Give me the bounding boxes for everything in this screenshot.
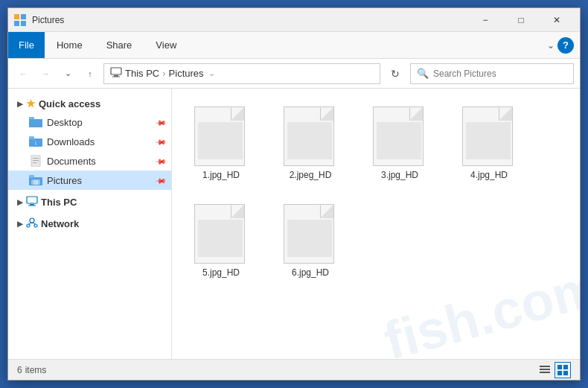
refresh-button[interactable]: ↻ [385, 63, 406, 84]
close-button[interactable]: ✕ [540, 9, 574, 31]
expand-network-icon: ▶ [17, 220, 23, 228]
forward-button[interactable]: → [36, 65, 54, 83]
sidebar-item-desktop[interactable]: Desktop 📌 [8, 112, 171, 132]
expand-icon: ▶ [17, 100, 23, 108]
file-item[interactable]: 6.jpg_HD [273, 198, 348, 281]
network-header[interactable]: ▶ Network [8, 214, 171, 233]
file-thumbnail [466, 122, 511, 159]
file-item[interactable]: 2.jpeg_HD [273, 101, 348, 183]
file-icon [194, 201, 248, 264]
svg-rect-5 [114, 75, 118, 77]
quick-access-label: Quick access [39, 98, 100, 109]
file-icon [194, 104, 248, 167]
svg-point-25 [30, 218, 34, 223]
maximize-button[interactable]: □ [504, 9, 538, 31]
items-label: items [25, 365, 47, 375]
documents-label: Documents [47, 156, 96, 167]
sidebar-item-downloads[interactable]: ↓ Downloads 📌 [8, 132, 171, 151]
quick-access-header[interactable]: ▶ ★ Quick access [8, 95, 171, 112]
network-section: ▶ Network [8, 214, 171, 233]
this-pc-label: This PC [41, 197, 77, 208]
sidebar-item-documents[interactable]: Documents 📌 [8, 151, 171, 171]
list-view-button[interactable] [537, 362, 553, 378]
file-thumbnail [287, 220, 332, 257]
svg-rect-22 [27, 197, 37, 203]
this-pc-header[interactable]: ▶ This PC [8, 193, 171, 212]
svg-rect-36 [563, 371, 568, 375]
svg-rect-34 [563, 365, 568, 369]
search-input[interactable] [433, 69, 567, 79]
tab-view[interactable]: View [144, 32, 188, 58]
path-sep-1: › [162, 68, 165, 79]
explorer-window: Pictures − □ ✕ File Home Share View ⌄ ? … [7, 7, 581, 381]
file-item[interactable]: 1.jpg_HD [184, 101, 258, 183]
quick-access-section: ▶ ★ Quick access Desktop [8, 95, 171, 190]
svg-text:▤: ▤ [33, 179, 39, 185]
path-this-pc: This PC [125, 68, 159, 79]
file-area: fish.com 1.jpg_HD [172, 89, 580, 359]
documents-icon [29, 154, 42, 168]
tab-share[interactable]: Share [95, 32, 144, 58]
svg-text:↓: ↓ [34, 139, 38, 146]
minimize-button[interactable]: − [468, 9, 502, 31]
search-box[interactable]: 🔍 [410, 63, 574, 84]
file-icon [462, 104, 516, 167]
pin-icon-downloads: 📌 [155, 136, 167, 147]
tab-home[interactable]: Home [45, 32, 95, 58]
path-dropdown-icon[interactable]: ⌄ [208, 69, 215, 78]
this-pc-section: ▶ This PC [8, 193, 171, 212]
address-bar: ← → ⌄ ↑ This PC › Pictures ⌄ ↻ 🔍 [8, 59, 580, 89]
large-icon-view-button[interactable] [555, 362, 571, 378]
file-item[interactable]: 3.jpg_HD [362, 101, 437, 183]
file-name: 6.jpg_HD [292, 267, 329, 278]
file-item[interactable]: 4.jpg_HD [452, 101, 526, 183]
ribbon-right: ⌄ ? [547, 37, 580, 54]
search-icon: 🔍 [417, 68, 429, 79]
svg-rect-2 [14, 21, 19, 26]
file-icon [284, 104, 337, 167]
ribbon: File Home Share View ⌄ ? [8, 32, 580, 59]
back-button[interactable]: ← [14, 65, 32, 83]
help-button[interactable]: ? [557, 37, 574, 54]
svg-rect-0 [14, 14, 19, 19]
file-menu-button[interactable]: File [8, 32, 45, 58]
file-page [462, 106, 513, 166]
svg-point-26 [27, 224, 30, 227]
pin-icon-documents: 📌 [155, 155, 167, 167]
network-label: Network [41, 218, 79, 229]
window-controls: − □ ✕ [468, 9, 574, 31]
file-name: 2.jpeg_HD [290, 170, 332, 180]
svg-rect-19 [29, 175, 34, 178]
file-name: 5.jpg_HD [202, 267, 240, 278]
ribbon-tabs: Home Share View [45, 32, 547, 58]
sidebar-item-pictures[interactable]: ▤ Pictures 📌 [8, 171, 171, 190]
dropdown-nav-button[interactable]: ⌄ [59, 65, 77, 83]
downloads-label: Downloads [47, 136, 95, 147]
item-count: 6 [17, 365, 22, 375]
svg-rect-23 [30, 204, 34, 206]
file-name: 1.jpg_HD [202, 170, 240, 180]
desktop-folder-icon [29, 115, 42, 129]
svg-rect-24 [28, 206, 36, 206]
address-path[interactable]: This PC › Pictures ⌄ [103, 63, 380, 84]
desktop-label: Desktop [47, 117, 83, 128]
pin-icon-pictures: 📌 [155, 174, 167, 186]
svg-rect-31 [540, 369, 550, 370]
ribbon-chevron-icon: ⌄ [547, 40, 555, 51]
window-icon [14, 14, 26, 26]
this-pc-icon [26, 196, 38, 209]
file-name: 3.jpg_HD [381, 170, 418, 180]
file-thumbnail [198, 122, 243, 159]
svg-rect-1 [21, 14, 26, 19]
view-controls [537, 362, 571, 378]
star-icon: ★ [26, 98, 36, 109]
main-content: ▶ ★ Quick access Desktop [8, 89, 580, 359]
path-computer-icon [110, 67, 122, 80]
svg-rect-17 [33, 162, 36, 163]
svg-rect-33 [557, 365, 562, 369]
status-bar: 6 items [8, 359, 580, 380]
file-page [284, 204, 334, 264]
up-button[interactable]: ↑ [81, 65, 99, 83]
pictures-label: Pictures [47, 175, 82, 186]
file-item[interactable]: 5.jpg_HD [184, 198, 258, 281]
